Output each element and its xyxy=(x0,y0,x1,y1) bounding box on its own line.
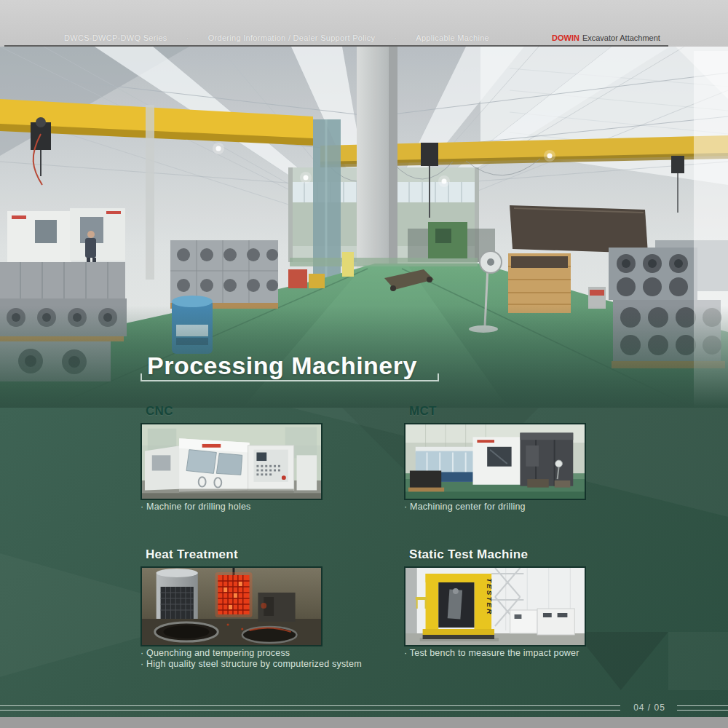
nav-item-applicable: Applicable Machine xyxy=(416,33,489,42)
header-nav: DWCS-DWCP-DWQ Series · Ordering Informat… xyxy=(64,33,489,42)
heat-treatment-caption-1: · Quenching and tempering process xyxy=(141,648,290,659)
title-underline xyxy=(141,373,439,381)
footer-line-left xyxy=(0,705,620,711)
diamond-pattern xyxy=(668,632,728,690)
brochure-page: DWCS-DWCP-DWQ Series · Ordering Informat… xyxy=(0,0,728,728)
brand-suffix: Excavator Attachment xyxy=(582,33,660,42)
static-test-caption: · Test bench to measure the impact power xyxy=(404,648,579,659)
heat-treatment-photo xyxy=(141,566,323,646)
machine-label-static-test: Static Test Machine xyxy=(409,547,528,562)
machine-label-mct: MCT xyxy=(409,404,437,419)
heat-treatment-caption-2: · High quality steel structure by comput… xyxy=(141,659,362,670)
mct-photo xyxy=(404,423,586,500)
cnc-machine-illustration xyxy=(142,424,321,499)
nav-item-ordering: Ordering Information / Dealer Support Po… xyxy=(208,33,376,42)
machine-label-heat-treatment: Heat Treatment xyxy=(146,547,238,562)
mct-caption: · Machining center for drilling xyxy=(404,502,526,513)
nav-item-series: DWCS-DWCP-DWQ Series xyxy=(64,33,167,42)
green-section-background xyxy=(0,408,728,717)
machine-label-cnc: CNC xyxy=(146,404,173,419)
cnc-caption: · Machine for drilling holes xyxy=(141,502,251,513)
brand: DOWINExcavator Attachment xyxy=(552,33,660,42)
static-test-photo: TESTER xyxy=(404,566,586,646)
heat-treatment-illustration xyxy=(142,568,321,645)
mct-machine-illustration xyxy=(405,424,585,499)
footer-line-right xyxy=(677,705,728,711)
cnc-photo xyxy=(141,423,323,500)
page-number: 04 / 05 xyxy=(623,703,676,713)
nav-separator: · xyxy=(186,33,189,42)
tester-vertical-label: TESTER xyxy=(486,578,494,615)
bottom-scan-bar xyxy=(0,717,728,728)
diamond-pattern xyxy=(575,632,668,690)
brand-name: DOWIN xyxy=(552,33,579,42)
nav-separator: · xyxy=(394,33,397,42)
static-test-machine-illustration: TESTER xyxy=(405,568,585,645)
